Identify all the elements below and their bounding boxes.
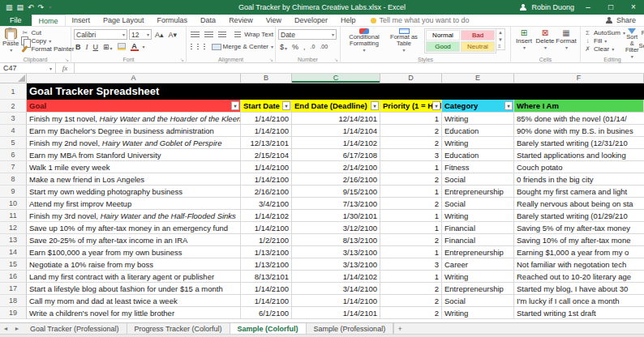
- number-format-combo[interactable]: Date▾: [278, 29, 337, 40]
- cell-start-date[interactable]: 6/1/2100: [241, 307, 292, 319]
- sheet-tab[interactable]: Progress Tracker (Colorful): [127, 323, 230, 334]
- fill-color-icon[interactable]: [116, 43, 127, 50]
- tab-data[interactable]: Data: [194, 15, 222, 26]
- tab-insert[interactable]: Insert: [66, 15, 97, 26]
- cell-goal[interactable]: Earn my Bachelor's Degree in business ad…: [27, 125, 241, 137]
- filter-dropdown-icon[interactable]: ▾: [371, 101, 379, 110]
- copy-button[interactable]: Copy▾: [20, 37, 74, 45]
- cell-category[interactable]: Entrepreneurship: [442, 246, 514, 258]
- align-center-icon[interactable]: [197, 44, 199, 50]
- cell-priority[interactable]: 2: [380, 234, 442, 246]
- row-number-16[interactable]: 16: [0, 271, 27, 283]
- sheet-tab[interactable]: Goal Tracker (Professional): [23, 323, 127, 334]
- tab-developer[interactable]: Developer: [288, 15, 334, 26]
- tab-formulas[interactable]: Formulas: [151, 15, 195, 26]
- cell-end-date[interactable]: 1/14/2102: [292, 137, 380, 149]
- cell-status[interactable]: Started writing 1st draft: [514, 307, 644, 319]
- cell-start-date[interactable]: 1/13/2100: [241, 246, 292, 258]
- clipboard-dialog-launcher[interactable]: ↘: [65, 57, 69, 62]
- format-cells-button[interactable]: ▦ Format ▾: [556, 28, 577, 53]
- cell-status[interactable]: 0 friends in the big city: [514, 173, 644, 186]
- font-name-combo[interactable]: Calibri▾: [74, 29, 127, 40]
- row-number-10[interactable]: 10: [0, 198, 27, 210]
- gallery-up-icon[interactable]: ▲: [498, 30, 503, 35]
- redo-icon[interactable]: ↷: [38, 0, 45, 15]
- cell-style-normal[interactable]: Normal: [426, 30, 460, 41]
- column-header-A[interactable]: A: [27, 74, 241, 83]
- borders-icon[interactable]: ⊞▾: [101, 43, 114, 51]
- italic-button[interactable]: I: [84, 43, 90, 51]
- font-dialog-launcher[interactable]: ↘: [180, 57, 184, 62]
- cell-category[interactable]: Writing: [442, 113, 514, 125]
- undo-icon[interactable]: ↶: [28, 0, 34, 15]
- cell-end-date[interactable]: 9/15/2100: [292, 186, 380, 198]
- tab-file[interactable]: File: [0, 15, 32, 26]
- column-header-C[interactable]: C: [292, 74, 380, 83]
- align-right-icon[interactable]: [204, 44, 205, 50]
- cell-priority[interactable]: 1: [380, 246, 442, 258]
- delete-cells-button[interactable]: ⊠ Delete ▾: [535, 28, 556, 53]
- row-number-8[interactable]: 8: [0, 173, 27, 186]
- find-select-button[interactable]: Find & Select ▾: [639, 28, 644, 53]
- cell-end-date[interactable]: 3/13/2100: [292, 258, 380, 271]
- paste-button[interactable]: Paste▾: [2, 28, 19, 53]
- cell-category[interactable]: Education: [442, 125, 514, 137]
- header-cell[interactable]: Where I Am: [514, 100, 644, 113]
- header-cell[interactable]: Goal▾: [27, 100, 241, 113]
- filter-dropdown-icon[interactable]: ▾: [282, 101, 290, 110]
- cell-start-date[interactable]: 1/14/2100: [241, 295, 292, 307]
- row-number-15[interactable]: 15: [0, 258, 27, 271]
- cell-start-date[interactable]: 1/14/2100: [241, 125, 292, 137]
- cell-priority[interactable]: 2: [380, 283, 442, 295]
- column-header-D[interactable]: D: [380, 74, 442, 83]
- row-number-17[interactable]: 17: [0, 283, 27, 295]
- increase-decimal-icon[interactable]: .0: [309, 44, 317, 49]
- cell-priority[interactable]: 1: [380, 210, 442, 222]
- cell-start-date[interactable]: 3/4/2100: [241, 198, 292, 210]
- currency-icon[interactable]: $▾: [278, 43, 289, 51]
- cell-category[interactable]: Entrepreneurship: [442, 283, 514, 295]
- decrease-font-icon[interactable]: A▾: [167, 31, 179, 39]
- align-left-icon[interactable]: [191, 44, 192, 50]
- cell-priority[interactable]: 1: [380, 161, 442, 173]
- font-size-combo[interactable]: 12▾: [129, 29, 152, 40]
- row-number-11[interactable]: 11: [0, 210, 27, 222]
- cell-priority[interactable]: 1: [380, 186, 442, 198]
- autosum-button[interactable]: ΣAutoSum▾: [583, 29, 625, 37]
- cell-goal[interactable]: Attend my first improv Meetup: [27, 198, 241, 210]
- cell-status[interactable]: Reached out to 10-20 literary age: [514, 271, 644, 283]
- cell-start-date[interactable]: 1/14/2100: [241, 113, 292, 125]
- cell-goal[interactable]: Earn $100,000 a year from my own busines…: [27, 246, 241, 258]
- tab-view[interactable]: View: [260, 15, 288, 26]
- merge-center-button[interactable]: Merge & Center▾: [212, 43, 273, 51]
- row-number-2[interactable]: 2: [0, 100, 27, 113]
- cell-status[interactable]: Barely started writing (01/29/210: [514, 210, 644, 222]
- sort-filter-button[interactable]: Sort & Filter ▾: [625, 28, 639, 53]
- cell-status[interactable]: I'm lucky if I call once a month: [514, 295, 644, 307]
- cell-end-date[interactable]: 3/13/2100: [292, 246, 380, 258]
- cell-goal[interactable]: Finish my 2nd novel, Hairy Water and Gob…: [27, 137, 241, 149]
- cell-goal[interactable]: Save 20-25% of my after-tax income in an…: [27, 234, 241, 246]
- percent-icon[interactable]: %: [290, 43, 300, 51]
- cell-end-date[interactable]: 1/14/2100: [292, 295, 380, 307]
- tab-page-layout[interactable]: Page Layout: [97, 15, 151, 26]
- align-bottom-icon[interactable]: [218, 32, 227, 38]
- cell-end-date[interactable]: 1/30/2101: [292, 210, 380, 222]
- cell-end-date[interactable]: 1/14/2104: [292, 125, 380, 137]
- cell-category[interactable]: Financial: [442, 222, 514, 234]
- cell-priority[interactable]: 2: [380, 295, 442, 307]
- cell-end-date[interactable]: 12/14/2101: [292, 113, 380, 125]
- bold-button[interactable]: B: [74, 43, 83, 51]
- cell-start-date[interactable]: 8/13/2101: [241, 271, 292, 283]
- header-cell[interactable]: Priority (1 = High,▾: [380, 100, 442, 113]
- save-icon[interactable]: ▤: [17, 0, 24, 15]
- cell-priority[interactable]: 1: [380, 113, 442, 125]
- alignment-dialog-launcher[interactable]: ↘: [269, 57, 273, 62]
- cell-start-date[interactable]: 1/2/2100: [241, 234, 292, 246]
- row-number-13[interactable]: 13: [0, 234, 27, 246]
- qat-customize-icon[interactable]: ▾: [49, 0, 51, 15]
- decrease-decimal-icon[interactable]: .00: [318, 44, 329, 49]
- cell-goal[interactable]: Walk 1 mile every week: [27, 161, 241, 173]
- cell-goal[interactable]: Finish my 1st novel, Hairy Water and the…: [27, 113, 241, 125]
- close-button[interactable]: ×: [625, 0, 642, 15]
